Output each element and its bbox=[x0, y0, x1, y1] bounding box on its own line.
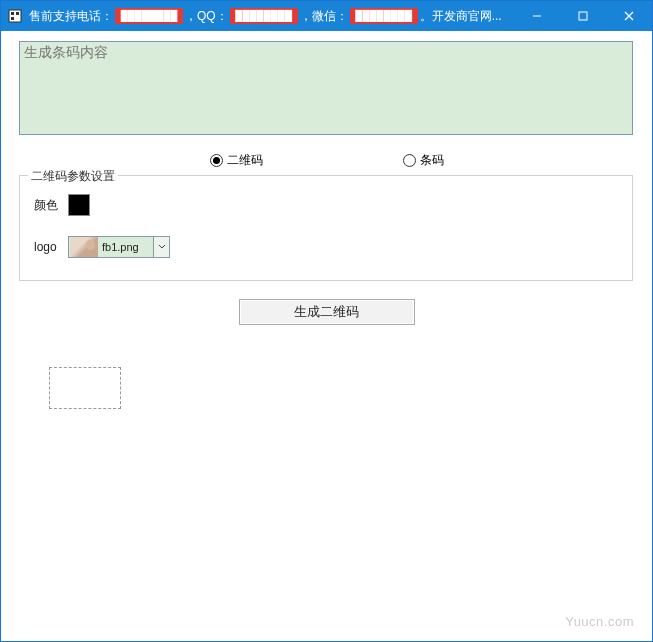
titlebar: 售前支持电话： ████████ ，QQ： ████████ ，微信： ████… bbox=[1, 1, 652, 31]
app-window: 售前支持电话： ████████ ，QQ： ████████ ，微信： ████… bbox=[0, 0, 653, 642]
color-row: 颜色 bbox=[34, 194, 618, 216]
radio-qrcode-label: 二维码 bbox=[227, 152, 263, 169]
code-type-radio-group: 二维码 条码 bbox=[19, 152, 634, 169]
generate-row: 生成二维码 bbox=[19, 299, 634, 325]
qq-redacted: ████████ bbox=[230, 8, 298, 24]
qrcode-params-group: 二维码参数设置 颜色 logo fb1.png bbox=[19, 175, 633, 281]
color-picker[interactable] bbox=[68, 194, 90, 216]
close-button[interactable] bbox=[606, 1, 652, 31]
maximize-button[interactable] bbox=[560, 1, 606, 31]
color-label: 颜色 bbox=[34, 197, 68, 214]
radio-qrcode[interactable]: 二维码 bbox=[210, 152, 263, 169]
svg-rect-1 bbox=[11, 12, 14, 15]
client-area: 二维码 条码 二维码参数设置 颜色 logo fb1.png bbox=[1, 31, 652, 419]
svg-rect-3 bbox=[11, 17, 14, 20]
radio-dot-icon bbox=[210, 154, 223, 167]
radio-circle-icon bbox=[403, 154, 416, 167]
generate-button[interactable]: 生成二维码 bbox=[239, 299, 415, 325]
window-title: 售前支持电话： ████████ ，QQ： ████████ ，微信： ████… bbox=[29, 8, 502, 25]
title-prefix: 售前支持电话： bbox=[29, 8, 113, 25]
radio-barcode[interactable]: 条码 bbox=[403, 152, 444, 169]
logo-select[interactable]: fb1.png bbox=[68, 236, 170, 258]
svg-rect-2 bbox=[16, 12, 19, 15]
title-suffix: 。开发商官网... bbox=[420, 8, 502, 25]
logo-thumbnail bbox=[70, 237, 98, 257]
svg-rect-0 bbox=[9, 10, 21, 22]
svg-rect-5 bbox=[579, 12, 587, 20]
wechat-redacted: ████████ bbox=[350, 8, 418, 24]
output-preview-placeholder bbox=[49, 367, 121, 409]
logo-label: logo bbox=[34, 240, 68, 254]
title-qq-label: ，QQ： bbox=[185, 8, 228, 25]
logo-filename: fb1.png bbox=[100, 241, 153, 253]
watermark: Yuucn.com bbox=[565, 614, 634, 629]
logo-row: logo fb1.png bbox=[34, 236, 618, 258]
window-controls bbox=[514, 1, 652, 31]
title-wechat-label: ，微信： bbox=[300, 8, 348, 25]
app-icon bbox=[7, 8, 23, 24]
chevron-down-icon bbox=[153, 237, 169, 257]
minimize-button[interactable] bbox=[514, 1, 560, 31]
group-legend: 二维码参数设置 bbox=[28, 168, 118, 185]
barcode-content-input[interactable] bbox=[19, 41, 633, 135]
radio-barcode-label: 条码 bbox=[420, 152, 444, 169]
phone-redacted: ████████ bbox=[115, 8, 183, 24]
